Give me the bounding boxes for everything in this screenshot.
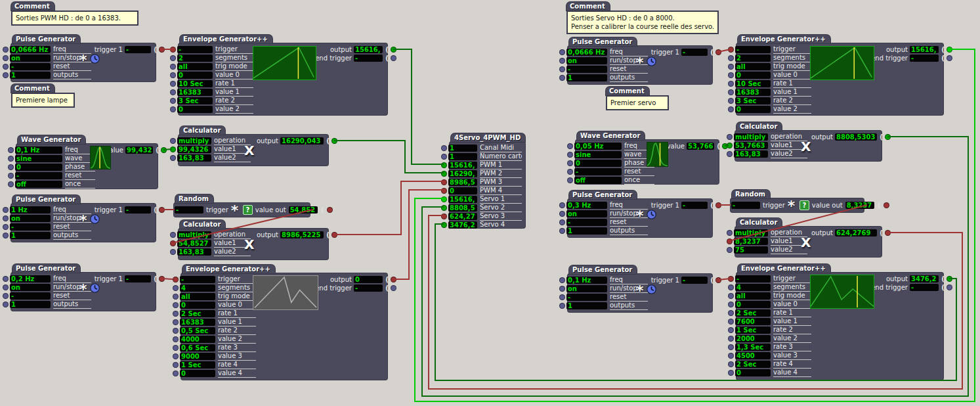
servo-pwm-3-input-port[interactable]: [441, 179, 447, 185]
pulse4-freq-field[interactable]: 0,0666 Hz: [566, 49, 607, 56]
env3-value-2-field[interactable]: 0: [735, 106, 771, 113]
servo-numero-carte-field[interactable]: 1: [448, 153, 477, 160]
env2-value-2-field[interactable]: 4000: [180, 336, 215, 343]
pulse6-freq-field[interactable]: 0,1 Hz: [566, 277, 607, 284]
clock-icon[interactable]: [90, 214, 100, 224]
env1-title-tab[interactable]: Envelope Generator++: [180, 35, 272, 43]
servo-pwm-2-input-port[interactable]: [441, 171, 447, 177]
env2-rate-1-input-port[interactable]: [173, 311, 179, 317]
env2-rate-3-input-port[interactable]: [173, 345, 179, 351]
pulse2-run-stop-input-port[interactable]: [3, 215, 9, 221]
env4-rate-1-field[interactable]: 2 Sec: [735, 309, 771, 317]
pulse3-run-stop-field[interactable]: on: [10, 284, 51, 291]
env4-output-field[interactable]: 3476,2: [910, 275, 939, 282]
env4-value-3-input-port[interactable]: [728, 353, 734, 359]
servo-servo-2-field[interactable]: 8808,5: [448, 204, 477, 212]
wave1-reset-input-port[interactable]: [8, 173, 14, 179]
env2-end-trigger-field[interactable]: -: [354, 284, 383, 292]
clock-icon[interactable]: [647, 56, 656, 66]
pulse1-outputs-field[interactable]: 1: [10, 72, 51, 79]
calc4-value2-input-port[interactable]: [727, 247, 733, 253]
comment-pwm-text[interactable]: Sorties PWM HD : de 0 a 16383.: [11, 11, 138, 26]
clock-icon[interactable]: [647, 284, 656, 294]
comment-lampe-tab[interactable]: Comment: [11, 84, 54, 93]
pulse5-run-stop-input-port[interactable]: [559, 211, 565, 217]
clock-icon[interactable]: [90, 283, 100, 293]
calc4-value2-field[interactable]: 75: [734, 246, 768, 254]
env3-title-tab[interactable]: Envelope Generator++: [738, 35, 830, 43]
pulse5-outputs-input-port[interactable]: [559, 228, 565, 234]
pulse5-title-tab[interactable]: Pulse Generator: [569, 191, 637, 199]
env3-value-2-input-port[interactable]: [728, 106, 734, 112]
servo-pwm-4-input-port[interactable]: [441, 188, 447, 194]
calc2-title-tab[interactable]: Calculator: [180, 220, 225, 229]
pulse2-reset-input-port[interactable]: [3, 224, 9, 230]
pulse3-freq-input-port[interactable]: [3, 276, 9, 282]
wire-calc1-servo-pwm2[interactable]: [334, 141, 444, 173]
servo-servo-2-input-port[interactable]: [441, 205, 447, 211]
wire-pulse3-env2-trigger[interactable]: [161, 279, 173, 279]
env1-output-field[interactable]: 15616,: [354, 46, 383, 53]
asterisk-icon[interactable]: *: [231, 205, 240, 214]
wave2-wave-field[interactable]: sine: [574, 151, 622, 158]
env2-segments-input-port[interactable]: [173, 285, 179, 291]
pulse2-title-tab[interactable]: Pulse Generator: [12, 195, 80, 204]
wave1-phase-field[interactable]: 0: [15, 164, 62, 171]
pulse2-outputs-field[interactable]: 1: [10, 232, 51, 239]
env4-value-2-input-port[interactable]: [728, 336, 734, 342]
pulse5-run-stop-field[interactable]: on: [566, 210, 607, 217]
pulse1-trigger-1-field[interactable]: -: [125, 46, 151, 53]
random1-title-tab[interactable]: Random: [175, 194, 213, 203]
env4-trigger-field[interactable]: -: [735, 275, 771, 282]
env2-trig-mode-field[interactable]: all: [180, 293, 215, 300]
wave1-reset-field[interactable]: -: [15, 172, 62, 179]
wave2-reset-input-port[interactable]: [567, 169, 573, 175]
env4-rate-4-input-port[interactable]: [728, 361, 734, 367]
env3-rate-2-field[interactable]: 3 Sec: [735, 97, 771, 104]
calc1-value2-field[interactable]: 163,83: [177, 154, 211, 162]
env1-rate-2-field[interactable]: 3 Sec: [177, 97, 213, 104]
env2-value-4-field[interactable]: 0: [180, 370, 215, 377]
wire-wave2-calc3-value1[interactable]: [725, 145, 729, 146]
calc3-operation-input-port[interactable]: [727, 134, 733, 140]
env4-rate-3-input-port[interactable]: [728, 344, 734, 350]
env3-display[interactable]: [810, 46, 874, 80]
pulse2-freq-input-port[interactable]: [3, 207, 9, 213]
env2-trigger-field[interactable]: -: [180, 276, 215, 283]
env3-value-0-input-port[interactable]: [728, 72, 734, 78]
pulse1-outputs-input-port[interactable]: [3, 72, 9, 78]
pulse4-run-stop-field[interactable]: on: [566, 57, 607, 64]
env3-value-1-input-port[interactable]: [728, 89, 734, 95]
pulse6-reset-field[interactable]: -: [566, 294, 607, 301]
comment-premier-servo-text[interactable]: Premier servo: [606, 95, 669, 110]
calc1-value1-field[interactable]: 99,4326: [177, 146, 211, 153]
pulse3-reset-input-port[interactable]: [3, 293, 9, 299]
env4-end-trigger-output-port[interactable]: [947, 284, 952, 290]
wave2-reset-field[interactable]: -: [574, 168, 622, 175]
pulse6-outputs-input-port[interactable]: [559, 303, 565, 309]
env4-display[interactable]: [810, 275, 874, 309]
env2-value-3-field[interactable]: 9000: [180, 353, 215, 360]
env3-trigger-field[interactable]: -: [735, 46, 771, 53]
pulse4-freq-input-port[interactable]: [559, 49, 565, 55]
calc2-value2-input-port[interactable]: [170, 249, 176, 255]
env3-value-1-field[interactable]: 16383: [735, 89, 771, 96]
pulse3-run-stop-input-port[interactable]: [3, 284, 9, 290]
servo-canal-midi-input-port[interactable]: [441, 145, 447, 151]
wave1-value-field[interactable]: 99,432: [125, 147, 153, 154]
comment-premier-servo-tab[interactable]: Comment: [606, 87, 649, 95]
env2-value-1-field[interactable]: 16383: [180, 319, 215, 326]
pulse1-reset-input-port[interactable]: [3, 64, 9, 70]
env4-segments-input-port[interactable]: [728, 284, 734, 290]
calc3-operation-field[interactable]: multiply: [734, 133, 768, 141]
pulse3-title-tab[interactable]: Pulse Generator: [12, 264, 80, 273]
pulse4-trigger-1-field[interactable]: -: [681, 49, 708, 56]
env3-value-0-field[interactable]: 0: [735, 72, 771, 79]
pulse1-freq-input-port[interactable]: [3, 47, 9, 53]
wave1-freq-input-port[interactable]: [8, 147, 14, 153]
env2-trigger-input-port[interactable]: [173, 277, 179, 282]
servo-servo-3-field[interactable]: 624,27: [448, 213, 477, 220]
pulse2-reset-field[interactable]: -: [10, 223, 51, 231]
pulse5-freq-field[interactable]: 0,3 Hz: [566, 202, 607, 209]
pulse2-freq-field[interactable]: 1 Hz: [10, 206, 51, 214]
